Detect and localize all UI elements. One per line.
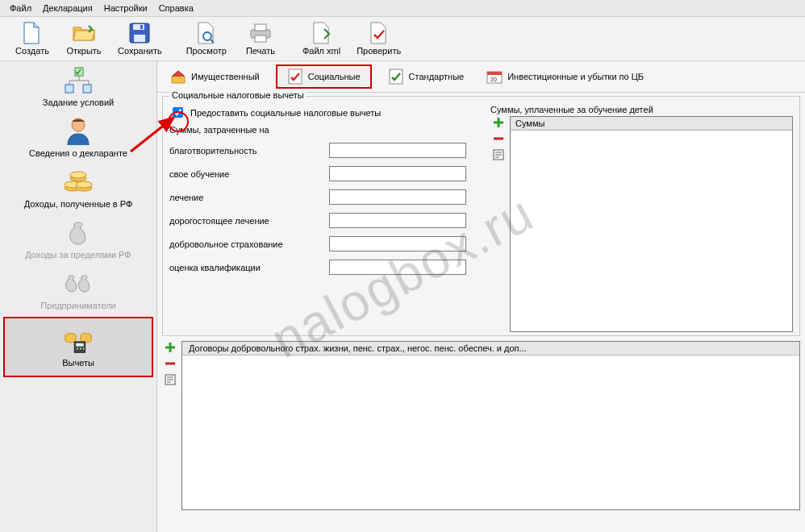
tab-invest-label: Инвестиционные и убытки по ЦБ: [507, 72, 644, 81]
menu-declaration[interactable]: Декларация: [40, 2, 96, 15]
remove-contract-button[interactable]: [164, 357, 177, 370]
save-floppy-icon: [128, 22, 151, 44]
menu-settings[interactable]: Настройки: [101, 2, 151, 15]
coins-icon: [61, 168, 95, 197]
provide-checkbox-row: Предоставить социальные налоговые вычеты: [169, 105, 484, 120]
children-sums-header: Суммы: [511, 117, 792, 131]
check-file-icon: [368, 22, 390, 44]
xml-file-icon: [311, 22, 333, 44]
group-title: Социальные налоговые вычеты: [169, 90, 307, 100]
edit-child-sum-button[interactable]: [492, 148, 505, 161]
tab-property-label: Имущественный: [191, 72, 260, 81]
open-label: Открыть: [66, 46, 101, 56]
svg-rect-6: [255, 24, 266, 31]
calendar-icon: 20: [486, 69, 503, 84]
svg-rect-28: [487, 72, 502, 75]
edit-contract-button[interactable]: [164, 373, 177, 386]
sidebar-item-deductions[interactable]: Вычеты: [3, 317, 153, 377]
preview-icon: [195, 22, 218, 44]
tab-property[interactable]: Имущественный: [164, 64, 266, 89]
children-education-title: Суммы, уплаченные за обучение детей: [490, 105, 793, 114]
add-contract-button[interactable]: [164, 341, 177, 354]
preview-button[interactable]: Просмотр: [178, 20, 235, 57]
input-own-education[interactable]: [329, 166, 466, 181]
svg-point-15: [76, 181, 92, 188]
children-sums-list[interactable]: Суммы: [510, 116, 793, 332]
open-folder-icon: [73, 22, 95, 44]
check-sheet-icon: [287, 69, 303, 84]
contracts-header: Договоры добровольного страх. жизни, пен…: [182, 342, 799, 355]
label-expensive-treatment: дорогостоящее лечение: [169, 216, 323, 226]
contracts-toolbar: [162, 341, 178, 532]
check-sheet-green-icon: [388, 69, 404, 84]
conditions-icon: [61, 66, 95, 95]
svg-rect-7: [255, 35, 266, 42]
svg-point-22: [77, 348, 78, 350]
income-rf-label: Доходы, полученные в РФ: [24, 199, 133, 209]
main-toolbar: Создать Открыть Сохранить Просмотр Печа: [0, 16, 805, 61]
check-button[interactable]: Проверить: [348, 20, 409, 57]
save-label: Сохранить: [118, 46, 162, 56]
deduction-tabs: Имущественный Социальные Стандартные: [157, 61, 805, 93]
conditions-label: Задание условий: [43, 98, 114, 107]
preview-label: Просмотр: [186, 46, 227, 56]
tab-invest[interactable]: 20 Инвестиционные и убытки по ЦБ: [480, 64, 650, 89]
sidebar-item-conditions[interactable]: Задание условий: [0, 61, 156, 112]
sidebar: Задание условий Сведения о декларанте До…: [0, 61, 157, 532]
create-button[interactable]: Создать: [6, 20, 58, 57]
spent-on-label: Суммы, затраченные на: [169, 125, 484, 135]
provide-label: Предоставить социальные налоговые вычеты: [190, 108, 381, 118]
label-voluntary-insurance: добровольное страхование: [169, 239, 323, 249]
tab-social[interactable]: Социальные: [276, 64, 372, 89]
svg-rect-2: [134, 35, 145, 42]
printer-icon: [249, 22, 272, 44]
label-treatment: лечение: [169, 193, 323, 202]
tab-standard[interactable]: Стандартные: [382, 64, 471, 89]
svg-point-24: [83, 348, 85, 350]
check-label: Проверить: [357, 46, 401, 56]
sidebar-item-income-abroad[interactable]: Доходы за пределами РФ: [0, 214, 156, 264]
input-expensive-treatment[interactable]: [329, 213, 466, 228]
sidebar-item-income-rf[interactable]: Доходы, полученные в РФ: [0, 163, 156, 214]
deductions-icon: [61, 326, 95, 355]
remove-child-sum-button[interactable]: [492, 132, 505, 145]
sacks-icon: [61, 269, 95, 298]
input-treatment[interactable]: [329, 189, 466, 205]
menu-file[interactable]: Файл: [6, 2, 35, 15]
svg-point-23: [80, 348, 81, 350]
xml-label: Файл xml: [302, 46, 340, 56]
add-child-sum-button[interactable]: [492, 116, 505, 129]
sidebar-item-declarant[interactable]: Сведения о декларанте: [0, 112, 156, 163]
input-voluntary-insurance[interactable]: [329, 236, 466, 251]
deductions-label: Вычеты: [62, 358, 94, 368]
children-list-toolbar: [490, 116, 507, 332]
input-qualification[interactable]: [329, 260, 466, 275]
sack-icon: [61, 218, 95, 247]
svg-text:20: 20: [490, 77, 497, 82]
svg-point-17: [70, 172, 86, 178]
new-file-icon: [21, 22, 44, 44]
sidebar-item-entrepreneurs[interactable]: Предприниматели: [0, 264, 156, 315]
svg-rect-3: [140, 25, 143, 29]
tab-social-label: Социальные: [308, 72, 361, 81]
svg-rect-9: [65, 85, 73, 93]
person-icon: [61, 117, 95, 146]
house-icon: [170, 69, 186, 84]
social-deductions-group: Социальные налоговые вычеты Предоставить…: [162, 96, 800, 336]
xml-button[interactable]: Файл xml: [294, 20, 348, 57]
provide-checkbox[interactable]: [173, 107, 183, 118]
contracts-list[interactable]: Договоры добровольного страх. жизни, пен…: [181, 341, 800, 510]
label-own-education: свое обучение: [169, 169, 323, 179]
print-button[interactable]: Печать: [235, 20, 286, 57]
save-button[interactable]: Сохранить: [110, 20, 170, 57]
print-label: Печать: [246, 46, 275, 56]
content-pane: Имущественный Социальные Стандартные: [157, 61, 805, 532]
create-label: Создать: [15, 46, 49, 56]
label-qualification: оценка квалификации: [169, 263, 323, 272]
input-charity[interactable]: [329, 143, 466, 158]
menu-help[interactable]: Справка: [156, 2, 197, 15]
declarant-label: Сведения о декларанте: [29, 148, 127, 158]
tab-standard-label: Стандартные: [409, 72, 465, 81]
open-button[interactable]: Открыть: [58, 20, 110, 57]
label-charity: благотворительность: [169, 146, 323, 156]
